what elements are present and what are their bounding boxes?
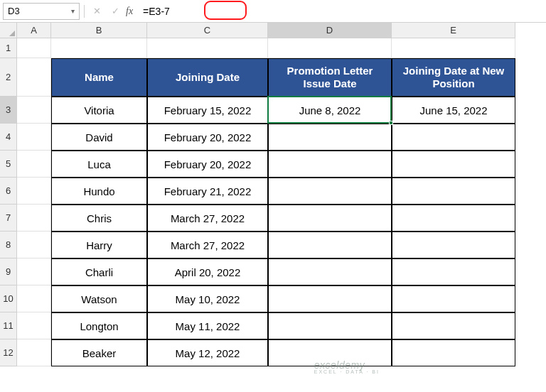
formula-bar: D3 ▾ ✕ ✓ fx =E3-7 [0, 0, 546, 23]
cell-A10[interactable] [17, 285, 51, 312]
formula-input[interactable]: =E3-7 [139, 3, 543, 20]
cell-B11[interactable]: Longton [51, 312, 147, 339]
cell-B9[interactable]: Charli [51, 258, 147, 285]
cell-E8[interactable] [392, 232, 515, 258]
name-box[interactable]: D3 ▾ [3, 3, 80, 20]
cell-E3[interactable]: June 15, 2022 [392, 97, 515, 124]
cell-B4[interactable]: David [51, 124, 147, 151]
col-header-D[interactable]: D [268, 23, 392, 38]
select-all-corner[interactable] [0, 23, 17, 38]
cell-E12[interactable] [392, 339, 515, 366]
cell-B6[interactable]: Hundo [51, 178, 147, 205]
check-icon[interactable]: ✓ [107, 4, 123, 19]
cell-B1[interactable] [51, 38, 147, 58]
cell-D9[interactable] [268, 258, 392, 285]
cell-E6[interactable] [392, 178, 515, 205]
cell-A4[interactable] [17, 124, 51, 151]
cell-A7[interactable] [17, 205, 51, 232]
cell-C11[interactable]: May 11, 2022 [147, 312, 268, 339]
cell-C12[interactable]: May 12, 2022 [147, 339, 268, 366]
cell-C5[interactable]: February 20, 2022 [147, 151, 268, 178]
cell-E9[interactable] [392, 258, 515, 285]
fx-icon[interactable]: fx [126, 6, 133, 17]
cell-A12[interactable] [17, 339, 51, 366]
row-header-3[interactable]: 3 [0, 97, 17, 124]
cell-E10[interactable] [392, 285, 515, 312]
cell-A9[interactable] [17, 258, 51, 285]
cell-A2[interactable] [17, 58, 51, 97]
row-header-1[interactable]: 1 [0, 38, 17, 58]
cells-area[interactable]: NameJoining DatePromotion Letter Issue D… [17, 38, 515, 366]
cell-C8[interactable]: March 27, 2022 [147, 232, 268, 258]
cell-B12[interactable]: Beaker [51, 339, 147, 366]
cell-D7[interactable] [268, 205, 392, 232]
row-header-8[interactable]: 8 [0, 232, 17, 258]
cell-D1[interactable] [268, 38, 392, 58]
cell-A3[interactable] [17, 97, 51, 124]
cell-B10[interactable]: Watson [51, 285, 147, 312]
cell-B3[interactable]: Vitoria [51, 97, 147, 124]
cell-D10[interactable] [268, 285, 392, 312]
divider [84, 5, 85, 18]
row-header-11[interactable]: 11 [0, 312, 17, 339]
cell-D5[interactable] [268, 151, 392, 178]
cell-B5[interactable]: Luca [51, 151, 147, 178]
cell-A8[interactable] [17, 232, 51, 258]
cell-D6[interactable] [268, 178, 392, 205]
cell-C10[interactable]: May 10, 2022 [147, 285, 268, 312]
cell-B2[interactable]: Name [51, 58, 147, 97]
col-header-E[interactable]: E [392, 23, 515, 38]
cell-B7[interactable]: Chris [51, 205, 147, 232]
cell-E5[interactable] [392, 151, 515, 178]
cell-A6[interactable] [17, 178, 51, 205]
cell-E4[interactable] [392, 124, 515, 151]
chevron-down-icon[interactable]: ▾ [71, 7, 75, 15]
cell-C9[interactable]: April 20, 2022 [147, 258, 268, 285]
cell-C7[interactable]: March 27, 2022 [147, 205, 268, 232]
cell-E7[interactable] [392, 205, 515, 232]
col-header-C[interactable]: C [147, 23, 268, 38]
row-header-6[interactable]: 6 [0, 178, 17, 205]
cell-C1[interactable] [147, 38, 268, 58]
row-header-4[interactable]: 4 [0, 124, 17, 151]
col-header-A[interactable]: A [17, 23, 51, 38]
watermark-tag: EXCEL · DATA · BI [314, 369, 380, 374]
cell-D4[interactable] [268, 124, 392, 151]
cell-D3[interactable]: June 8, 2022 [268, 97, 392, 124]
cell-D2[interactable]: Promotion Letter Issue Date [268, 58, 392, 97]
cell-D8[interactable] [268, 232, 392, 258]
cell-B8[interactable]: Harry [51, 232, 147, 258]
cell-A5[interactable] [17, 151, 51, 178]
cell-C3[interactable]: February 15, 2022 [147, 97, 268, 124]
cell-E11[interactable] [392, 312, 515, 339]
cell-C4[interactable]: February 20, 2022 [147, 124, 268, 151]
cell-E2[interactable]: Joining Date at New Position [392, 58, 515, 97]
row-header-2[interactable]: 2 [0, 58, 17, 97]
col-headers: ABCDE [17, 23, 515, 38]
cell-E1[interactable] [392, 38, 515, 58]
row-header-12[interactable]: 12 [0, 339, 17, 366]
cell-D11[interactable] [268, 312, 392, 339]
cell-A11[interactable] [17, 312, 51, 339]
row-header-5[interactable]: 5 [0, 151, 17, 178]
cell-D12[interactable] [268, 339, 392, 366]
formula-text: =E3-7 [143, 6, 170, 17]
cell-A1[interactable] [17, 38, 51, 58]
row-header-10[interactable]: 10 [0, 285, 17, 312]
row-header-9[interactable]: 9 [0, 258, 17, 285]
cell-C6[interactable]: February 21, 2022 [147, 178, 268, 205]
cell-C2[interactable]: Joining Date [147, 58, 268, 97]
name-box-value: D3 [8, 6, 20, 16]
row-headers: 123456789101112 [0, 38, 17, 366]
row-header-7[interactable]: 7 [0, 205, 17, 232]
spreadsheet-grid: 123456789101112 ABCDE NameJoining DatePr… [0, 23, 546, 366]
col-header-B[interactable]: B [51, 23, 147, 38]
cancel-icon[interactable]: ✕ [89, 4, 105, 19]
